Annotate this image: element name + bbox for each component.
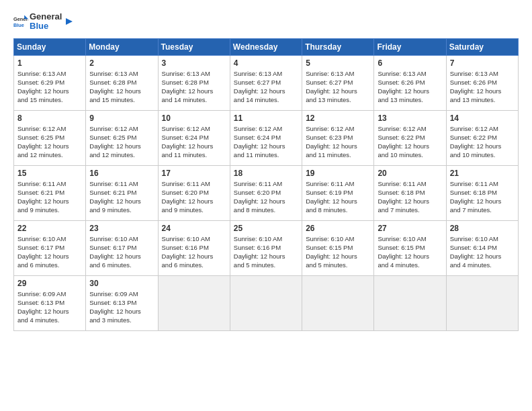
- cell-line: Sunrise: 6:11 AM: [306, 179, 370, 188]
- week-row-2: 8Sunrise: 6:12 AMSunset: 6:25 PMDaylight…: [14, 110, 519, 165]
- calendar-cell: 5Sunrise: 6:13 AMSunset: 6:27 PMDaylight…: [302, 55, 374, 110]
- cell-line: Sunrise: 6:12 AM: [89, 124, 154, 133]
- logo-icon: General Blue: [13, 14, 28, 29]
- cell-line: Daylight: 12 hours: [17, 307, 82, 316]
- cell-line: Sunrise: 6:13 AM: [162, 69, 226, 78]
- calendar-cell: 26Sunrise: 6:10 AMSunset: 6:15 PMDayligh…: [302, 220, 374, 275]
- cell-line: Sunset: 6:22 PM: [450, 133, 515, 142]
- weekday-header-saturday: Saturday: [446, 38, 518, 55]
- week-row-4: 22Sunrise: 6:10 AMSunset: 6:17 PMDayligh…: [14, 220, 519, 275]
- day-number: 5: [306, 58, 370, 68]
- cell-line: and 4 minutes.: [17, 316, 82, 324]
- week-row-1: 1Sunrise: 6:13 AMSunset: 6:29 PMDaylight…: [14, 55, 519, 110]
- weekday-header-sunday: Sunday: [14, 38, 86, 55]
- day-number: 19: [306, 169, 370, 178]
- cell-line: Sunrise: 6:13 AM: [234, 69, 298, 78]
- day-number: 14: [450, 113, 515, 123]
- weekday-header-wednesday: Wednesday: [230, 38, 302, 55]
- cell-line: Sunset: 6:26 PM: [378, 78, 442, 87]
- day-number: 10: [162, 113, 226, 123]
- cell-line: Sunset: 6:24 PM: [162, 133, 226, 142]
- cell-line: Daylight: 12 hours: [89, 142, 154, 150]
- calendar-cell: 6Sunrise: 6:13 AMSunset: 6:26 PMDaylight…: [374, 55, 446, 110]
- cell-info: Sunrise: 6:10 AMSunset: 6:17 PMDaylight:…: [17, 234, 82, 270]
- day-number: 23: [89, 224, 154, 233]
- day-number: 16: [89, 169, 154, 178]
- cell-line: Sunset: 6:19 PM: [306, 188, 370, 197]
- calendar-table: SundayMondayTuesdayWednesdayThursdayFrid…: [13, 38, 519, 331]
- cell-line: and 10 minutes.: [378, 150, 442, 159]
- cell-line: Sunset: 6:15 PM: [378, 243, 442, 252]
- logo-chevron-icon: [63, 15, 75, 28]
- cell-info: Sunrise: 6:13 AMSunset: 6:26 PMDaylight:…: [450, 69, 515, 105]
- calendar-cell: [302, 275, 374, 330]
- day-number: 7: [450, 58, 515, 68]
- calendar-cell: [374, 275, 446, 330]
- cell-line: Daylight: 12 hours: [306, 197, 370, 205]
- weekday-header-row: SundayMondayTuesdayWednesdayThursdayFrid…: [14, 38, 519, 55]
- cell-info: Sunrise: 6:11 AMSunset: 6:21 PMDaylight:…: [17, 179, 82, 215]
- day-number: 22: [17, 224, 82, 233]
- cell-line: Sunrise: 6:11 AM: [17, 179, 82, 188]
- cell-line: and 10 minutes.: [450, 150, 515, 159]
- cell-info: Sunrise: 6:11 AMSunset: 6:18 PMDaylight:…: [378, 179, 442, 215]
- calendar-cell: 24Sunrise: 6:10 AMSunset: 6:16 PMDayligh…: [158, 220, 230, 275]
- calendar-cell: 7Sunrise: 6:13 AMSunset: 6:26 PMDaylight…: [446, 55, 518, 110]
- day-number: 25: [234, 224, 298, 233]
- calendar-cell: 14Sunrise: 6:12 AMSunset: 6:22 PMDayligh…: [446, 110, 518, 165]
- cell-line: Sunset: 6:16 PM: [162, 243, 226, 252]
- cell-line: Daylight: 12 hours: [450, 252, 515, 261]
- day-number: 11: [234, 113, 298, 123]
- cell-line: Daylight: 12 hours: [17, 142, 82, 150]
- day-number: 9: [89, 113, 154, 123]
- svg-text:Blue: Blue: [13, 22, 24, 28]
- cell-info: Sunrise: 6:10 AMSunset: 6:16 PMDaylight:…: [234, 234, 298, 270]
- cell-line: and 9 minutes.: [89, 205, 154, 214]
- cell-line: Daylight: 12 hours: [89, 197, 154, 205]
- calendar-cell: 1Sunrise: 6:13 AMSunset: 6:29 PMDaylight…: [14, 55, 86, 110]
- cell-line: Sunset: 6:27 PM: [306, 78, 370, 87]
- cell-info: Sunrise: 6:11 AMSunset: 6:19 PMDaylight:…: [306, 179, 370, 215]
- cell-line: and 4 minutes.: [450, 261, 515, 269]
- calendar-cell: 4Sunrise: 6:13 AMSunset: 6:27 PMDaylight…: [230, 55, 302, 110]
- cell-line: Sunset: 6:25 PM: [89, 133, 154, 142]
- cell-line: Sunset: 6:23 PM: [306, 133, 370, 142]
- day-number: 29: [17, 279, 82, 288]
- cell-line: Daylight: 12 hours: [306, 87, 370, 95]
- day-number: 24: [162, 224, 226, 233]
- cell-line: and 8 minutes.: [306, 205, 370, 214]
- weekday-header-monday: Monday: [86, 38, 158, 55]
- cell-line: Sunrise: 6:10 AM: [162, 234, 226, 243]
- day-number: 3: [162, 58, 226, 68]
- cell-info: Sunrise: 6:10 AMSunset: 6:14 PMDaylight:…: [450, 234, 515, 270]
- calendar-cell: 10Sunrise: 6:12 AMSunset: 6:24 PMDayligh…: [158, 110, 230, 165]
- cell-line: Daylight: 12 hours: [378, 87, 442, 95]
- cell-line: Sunrise: 6:13 AM: [450, 69, 515, 78]
- cell-line: Sunrise: 6:13 AM: [378, 69, 442, 78]
- cell-line: and 6 minutes.: [89, 261, 154, 269]
- cell-line: and 12 minutes.: [89, 150, 154, 159]
- weekday-header-thursday: Thursday: [302, 38, 374, 55]
- cell-line: Daylight: 12 hours: [378, 197, 442, 205]
- cell-line: and 7 minutes.: [450, 205, 515, 214]
- cell-line: and 8 minutes.: [234, 205, 298, 214]
- cell-line: Sunrise: 6:10 AM: [89, 234, 154, 243]
- day-number: 21: [450, 169, 515, 178]
- cell-line: Daylight: 12 hours: [89, 307, 154, 316]
- cell-line: and 11 minutes.: [306, 150, 370, 159]
- cell-line: Daylight: 12 hours: [306, 142, 370, 150]
- calendar-cell: 9Sunrise: 6:12 AMSunset: 6:25 PMDaylight…: [86, 110, 158, 165]
- cell-line: and 13 minutes.: [306, 95, 370, 104]
- cell-line: and 6 minutes.: [17, 261, 82, 269]
- cell-line: and 11 minutes.: [162, 150, 226, 159]
- cell-line: and 3 minutes.: [89, 316, 154, 324]
- calendar-cell: 19Sunrise: 6:11 AMSunset: 6:19 PMDayligh…: [302, 165, 374, 220]
- calendar-cell: 21Sunrise: 6:11 AMSunset: 6:18 PMDayligh…: [446, 165, 518, 220]
- calendar-cell: 15Sunrise: 6:11 AMSunset: 6:21 PMDayligh…: [14, 165, 86, 220]
- day-number: 2: [89, 58, 154, 68]
- weekday-header-friday: Friday: [374, 38, 446, 55]
- cell-info: Sunrise: 6:10 AMSunset: 6:15 PMDaylight:…: [378, 234, 442, 270]
- cell-line: Daylight: 12 hours: [89, 252, 154, 261]
- cell-info: Sunrise: 6:09 AMSunset: 6:13 PMDaylight:…: [17, 289, 82, 325]
- cell-line: and 14 minutes.: [162, 95, 226, 104]
